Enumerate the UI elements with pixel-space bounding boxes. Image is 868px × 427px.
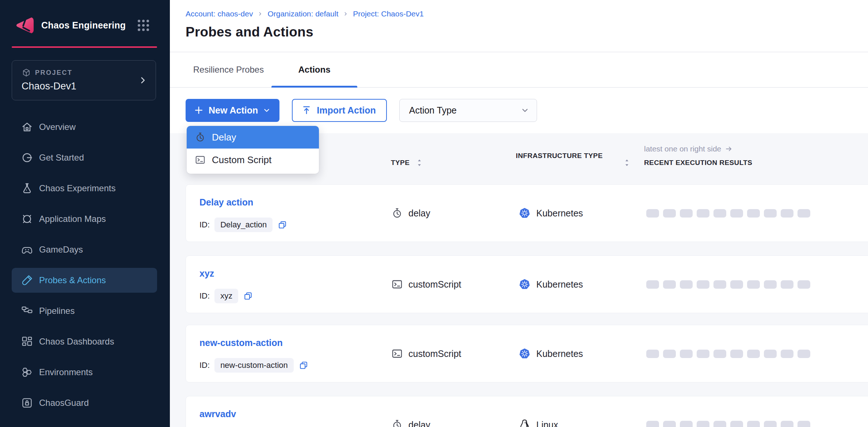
- kubernetes-icon: [518, 347, 531, 360]
- breadcrumb-link-2[interactable]: Project: Chaos-Dev1: [353, 9, 424, 18]
- execution-result-placeholder: [680, 280, 693, 289]
- execution-result-placeholder: [680, 421, 693, 427]
- execution-result-placeholder: [747, 421, 760, 427]
- sort-icon[interactable]: [622, 158, 632, 168]
- sidebar-item-label: Probes & Actions: [39, 275, 106, 285]
- sidebar-item-probes-actions[interactable]: Probes & Actions: [12, 268, 157, 293]
- sidebar-item-overview[interactable]: Overview: [12, 115, 157, 139]
- results-hint: latest one on right side: [644, 145, 733, 153]
- execution-result-placeholder: [747, 350, 760, 358]
- project-label: PROJECT: [35, 69, 73, 77]
- import-action-button[interactable]: Import Action: [292, 99, 387, 122]
- chevron-right-icon: [138, 76, 148, 85]
- execution-result-placeholder: [797, 280, 810, 289]
- tab-actions[interactable]: Actions: [271, 52, 357, 87]
- plus-icon: [194, 105, 204, 115]
- execution-result-placeholder: [713, 350, 726, 358]
- breadcrumb-link-1[interactable]: Organization: default: [267, 9, 338, 18]
- copy-icon[interactable]: [243, 291, 253, 301]
- sidebar-item-label: Chaos Dashboards: [39, 336, 114, 347]
- tab-resilience-probes[interactable]: Resilience Probes: [186, 52, 271, 87]
- sidebar-item-chaos-experiments[interactable]: Chaos Experiments: [12, 176, 157, 201]
- execution-result-placeholder: [764, 421, 777, 427]
- project-selector[interactable]: PROJECT Chaos-Dev1: [12, 60, 156, 100]
- dashboard-icon: [21, 335, 33, 348]
- dropdown-item-custom-script[interactable]: Custom Script: [187, 149, 319, 171]
- execution-result-placeholder: [781, 350, 793, 358]
- execution-result-placeholder: [797, 209, 810, 218]
- execution-result-placeholder: [781, 209, 793, 218]
- type-cell: customScript: [391, 256, 461, 313]
- breadcrumb-link-0[interactable]: Account: chaos-dev: [186, 9, 253, 18]
- dropdown-item-label: Custom Script: [212, 154, 271, 166]
- lock-icon: [21, 397, 33, 409]
- infrastructure-value: Kubernetes: [536, 349, 583, 359]
- action-id-value: new-custom-action: [214, 358, 294, 373]
- new-action-label: New Action: [209, 105, 258, 116]
- action-name-link[interactable]: new-custom-action: [199, 338, 283, 348]
- table-row: Delay action ID: Delay_action delay Kube…: [186, 184, 868, 242]
- action-type-value: Action Type: [409, 105, 457, 116]
- kubernetes-icon: [518, 278, 531, 291]
- execution-result-placeholder: [781, 421, 793, 427]
- execution-result-placeholder: [764, 350, 777, 358]
- recent-execution-results: [646, 256, 810, 313]
- action-id-line: ID: xyz: [199, 289, 253, 303]
- new-action-button[interactable]: New Action: [186, 99, 279, 122]
- page-title: Probes and Actions: [186, 24, 868, 40]
- sidebar-item-gamedays[interactable]: GameDays: [12, 237, 157, 262]
- action-name-link[interactable]: Delay action: [199, 197, 253, 208]
- sidebar-item-label: Application Maps: [39, 214, 106, 224]
- main-area: Account: chaos-devOrganization: defaultP…: [170, 0, 868, 427]
- sort-icon[interactable]: [415, 158, 424, 168]
- column-header-type: TYPE: [391, 158, 424, 168]
- execution-result-placeholder: [697, 280, 709, 289]
- execution-result-placeholder: [663, 350, 676, 358]
- execution-result-placeholder: [663, 209, 676, 218]
- sidebar-item-label: Pipelines: [39, 306, 75, 316]
- breadcrumb-separator-icon: [258, 11, 263, 16]
- sidebar-item-chaosguard[interactable]: ChaosGuard: [12, 391, 157, 415]
- sidebar-nav: Overview Get Started Chaos Experiments A…: [0, 115, 170, 415]
- breadcrumb: Account: chaos-devOrganization: defaultP…: [186, 9, 868, 18]
- execution-result-placeholder: [680, 350, 693, 358]
- terminal-icon: [391, 278, 403, 290]
- column-label: RECENT EXECUTION RESULTS: [644, 159, 752, 167]
- dropdown-item-delay[interactable]: Delay: [187, 126, 319, 149]
- new-action-dropdown: Delay Custom Script: [187, 126, 319, 174]
- app-title: Chaos Engineering: [41, 20, 126, 31]
- app-switcher-icon[interactable]: [138, 20, 149, 31]
- stopwatch-icon: [195, 132, 206, 143]
- page-header: Account: chaos-devOrganization: defaultP…: [170, 0, 868, 52]
- stopwatch-icon: [391, 207, 403, 219]
- execution-result-placeholder: [797, 421, 810, 427]
- action-id-value: Delay_action: [214, 218, 273, 232]
- dropdown-item-label: Delay: [212, 132, 236, 143]
- infrastructure-cell: Kubernetes: [518, 325, 583, 382]
- type-cell: delay: [391, 185, 430, 242]
- execution-result-placeholder: [730, 350, 743, 358]
- table-row: awrvadv delay Linux: [186, 396, 868, 427]
- execution-result-placeholder: [697, 421, 709, 427]
- sidebar-item-chaos-dashboards[interactable]: Chaos Dashboards: [12, 329, 157, 354]
- sidebar-item-environments[interactable]: Environments: [12, 360, 157, 385]
- execution-result-placeholder: [713, 280, 726, 289]
- stopwatch-icon: [391, 419, 403, 427]
- arrow-right-icon: [725, 145, 733, 153]
- sidebar-item-label: Overview: [39, 122, 76, 132]
- sidebar-item-application-maps[interactable]: Application Maps: [12, 207, 157, 231]
- action-type-select[interactable]: Action Type: [399, 99, 537, 122]
- recent-execution-results: [646, 396, 810, 427]
- harness-chaos-logo-icon: [13, 14, 36, 37]
- recent-execution-results: [646, 185, 810, 242]
- column-header-results: RECENT EXECUTION RESULTS: [644, 159, 752, 167]
- action-name-link[interactable]: xyz: [199, 268, 214, 279]
- copy-icon[interactable]: [298, 360, 309, 370]
- copy-icon[interactable]: [277, 220, 288, 230]
- sidebar-item-get-started[interactable]: Get Started: [12, 145, 157, 170]
- type-cell: customScript: [391, 325, 461, 382]
- infrastructure-cell: Linux: [518, 396, 558, 427]
- action-name-link[interactable]: awrvadv: [199, 409, 236, 419]
- sidebar-item-pipelines[interactable]: Pipelines: [12, 299, 157, 323]
- execution-result-placeholder: [764, 280, 777, 289]
